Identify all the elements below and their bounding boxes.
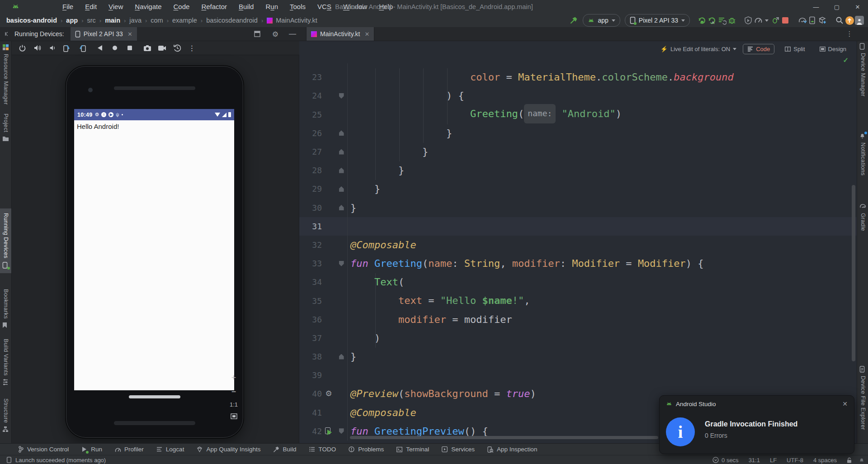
run-config-dropdown[interactable]: app (583, 14, 620, 27)
code-line[interactable]: 35 text = "Hello $name!", (299, 291, 857, 310)
menu-code[interactable]: Code (169, 0, 195, 14)
close-icon[interactable]: ✕ (842, 400, 848, 407)
sidebar-item-device-manager[interactable]: Device Manager (857, 43, 868, 97)
indent-widget[interactable]: 4 spaces (813, 457, 837, 464)
build-hammer-icon[interactable] (568, 15, 578, 25)
code-text[interactable]: } (348, 161, 404, 180)
editor-options-kebab-icon[interactable]: ⋮ (844, 29, 854, 39)
profiler-gauge-icon[interactable] (753, 15, 763, 25)
line-number[interactable]: 35 (299, 296, 322, 306)
breadcrumb-item[interactable]: java (128, 17, 142, 24)
status-message[interactable]: Launch succeeded (moments ago) (6, 457, 106, 464)
tool-app-inspection[interactable]: App Inspection (487, 446, 537, 453)
zoom-actual-button[interactable]: 1:1 (230, 402, 238, 407)
tab-split[interactable]: Split (781, 44, 809, 54)
code-line[interactable]: 28 } (299, 161, 857, 180)
tool-services[interactable]: Services (441, 446, 475, 453)
fold-open-icon[interactable] (335, 86, 348, 105)
tool-todo[interactable]: TODO (309, 446, 336, 453)
code-line[interactable]: 32@Composable (299, 236, 857, 254)
sidebar-item-notifications[interactable]: Notifications (857, 133, 868, 175)
tool-profiler[interactable]: Profiler (114, 446, 144, 453)
close-icon[interactable]: ✕ (127, 31, 132, 38)
line-number[interactable]: 28 (299, 166, 322, 175)
editor-tab-mainactivity[interactable]: MainActivity.kt ✕ (306, 27, 374, 41)
volume-down-icon[interactable] (48, 44, 57, 52)
maximize-button[interactable]: ▢ (826, 0, 847, 14)
ide-update-icon[interactable] (844, 15, 854, 25)
breadcrumb-item[interactable]: com (150, 17, 164, 24)
sdk-manager-icon[interactable] (817, 15, 827, 25)
code-text[interactable]: @Preview(showBackground = true) (348, 384, 536, 403)
back-icon[interactable] (95, 44, 104, 52)
volume-up-icon[interactable] (33, 44, 42, 52)
float-window-icon[interactable] (252, 29, 262, 39)
tool-run[interactable]: Run (81, 446, 102, 453)
code-text[interactable]: } (348, 124, 452, 142)
device-manager-icon[interactable] (807, 15, 817, 25)
menu-file[interactable]: File (57, 0, 78, 14)
attach-debugger-icon[interactable] (770, 15, 780, 25)
code-text[interactable]: ) (348, 329, 380, 347)
menu-vcs[interactable]: VCS (312, 0, 336, 14)
code-line[interactable]: 30} (299, 199, 857, 217)
sidebar-item-gradle[interactable]: Gradle (857, 203, 868, 231)
horizontal-scrollbar[interactable] (350, 436, 658, 439)
readonly-lock-icon[interactable] (847, 457, 852, 463)
sidebar-item-bookmarks[interactable]: Bookmarks (0, 289, 11, 329)
code-text[interactable]: } (348, 347, 356, 366)
sidebar-item-structure[interactable]: Structure (0, 398, 11, 433)
code-line[interactable]: 25 Greeting(name: "Android") (299, 105, 857, 124)
kebab-menu-icon[interactable]: ⋮ (188, 44, 196, 52)
code-line[interactable]: 31 (299, 217, 857, 236)
gutter-preview-gear-icon[interactable]: ⚙ (322, 389, 335, 398)
fold-close-icon[interactable] (335, 347, 348, 366)
line-number[interactable]: 34 (299, 277, 322, 287)
fold-open-icon[interactable] (335, 254, 348, 273)
sidebar-item-build-variants[interactable]: Build Variants (0, 339, 11, 386)
fold-close-icon[interactable] (335, 161, 348, 180)
minimize-panel-icon[interactable]: — (288, 29, 297, 39)
code-line[interactable]: 29 } (299, 180, 857, 198)
sidebar-item-device-file-explorer[interactable]: Device File Explorer (857, 366, 868, 430)
close-button[interactable]: ✕ (847, 0, 868, 14)
line-number[interactable]: 36 (299, 315, 322, 324)
encoding-widget[interactable]: UTF-8 (787, 457, 803, 464)
screen-record-icon[interactable] (158, 44, 166, 52)
line-number[interactable]: 38 (299, 352, 322, 361)
fold-close-icon[interactable] (335, 142, 348, 161)
gradle-sync-icon[interactable] (797, 15, 807, 25)
debug-app-icon[interactable] (727, 15, 737, 25)
close-icon[interactable]: ✕ (364, 31, 369, 38)
menu-edit[interactable]: Edit (80, 0, 102, 14)
code-text[interactable]: Greeting(name: "Android") (348, 104, 622, 124)
gear-icon[interactable]: ⚙ (270, 29, 280, 39)
breadcrumb-item[interactable]: basicosdeandroid (205, 17, 259, 24)
fold-close-icon[interactable] (335, 180, 348, 198)
power-icon[interactable] (18, 44, 27, 52)
breadcrumb-item[interactable]: basicos-android (5, 17, 58, 24)
notifications-bell-icon[interactable] (859, 457, 864, 463)
menu-run[interactable]: Run (260, 0, 283, 14)
line-number[interactable]: 37 (299, 333, 322, 343)
breadcrumb-item[interactable]: main (104, 17, 121, 24)
profile-app-icon[interactable] (743, 15, 753, 25)
sidebar-item-resource-manager[interactable]: Resource Manager (0, 44, 11, 105)
code-line[interactable]: 23 color = MaterialTheme.colorScheme.bac… (299, 68, 857, 86)
menu-navigate[interactable]: Navigate (130, 0, 166, 14)
fold-close-icon[interactable] (335, 124, 348, 142)
line-number[interactable]: 42 (299, 426, 322, 436)
sidebar-item-running-devices[interactable]: Running Devices (0, 208, 11, 273)
code-text[interactable]: @Composable (348, 236, 416, 254)
zoom-out-button[interactable]: − (231, 388, 236, 396)
line-number[interactable]: 24 (299, 91, 322, 100)
code-line[interactable]: 33fun Greeting(name: String, modifier: M… (299, 254, 857, 273)
code-text[interactable]: modifier = modifier (348, 310, 512, 329)
line-number[interactable]: 25 (299, 110, 322, 119)
live-edit-control[interactable]: ⚡ Live Edit of literals: ON (660, 46, 736, 52)
code-text[interactable]: Text( (348, 273, 404, 291)
zoom-in-button[interactable]: + (231, 374, 236, 382)
line-ending-widget[interactable]: LF (770, 457, 777, 464)
code-text[interactable]: text = "Hello $name!", (348, 291, 530, 310)
tool-logcat[interactable]: Logcat (156, 446, 184, 453)
